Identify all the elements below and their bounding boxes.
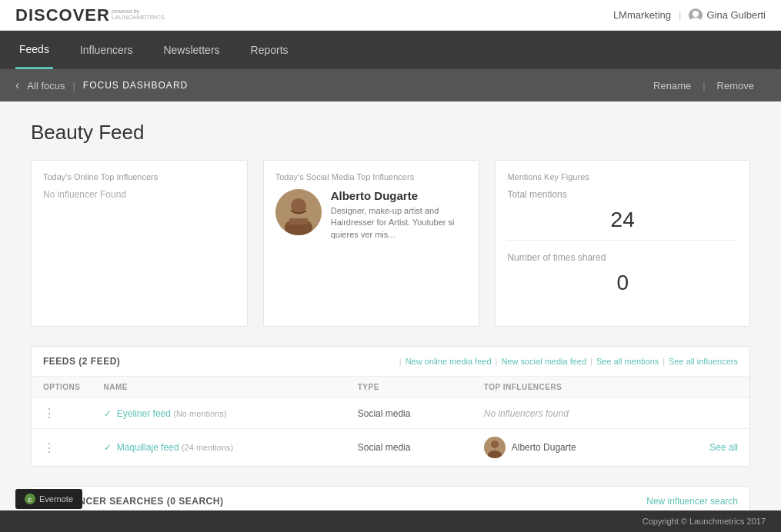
page-title: Beauty Feed — [31, 121, 750, 145]
user-name: Gina Gulberti — [706, 9, 766, 21]
online-empty-msg: No influencer Found — [43, 189, 235, 200]
feed-check-icon: ✓ — [104, 442, 112, 453]
total-mentions-stat: Total mentions 24 — [507, 189, 738, 241]
evernote-icon: E — [25, 494, 35, 504]
influencer-avatar — [275, 189, 322, 235]
all-focus-link[interactable]: All focus — [27, 80, 65, 91]
influencer-bio: Designer, make-up artist and Hairdresser… — [331, 205, 468, 241]
nav-item-feeds[interactable]: Feeds — [15, 31, 53, 69]
new-influencer-search-link[interactable]: New influencer search — [646, 496, 738, 507]
top-influencer-cell: Alberto Dugarte — [484, 437, 653, 458]
social-card-title: Today's Social Media Top Influencers — [275, 172, 468, 181]
mentions-card-title: Mentions Key Figures — [507, 172, 738, 181]
feeds-actions: | New online media feed | New social med… — [399, 357, 738, 366]
feed-name-link[interactable]: Maquillaje feed — [117, 442, 179, 453]
new-social-feed-link[interactable]: New social media feed — [501, 357, 586, 366]
svg-point-0 — [693, 11, 699, 17]
top-influencer-name: Alberto Dugarte — [512, 442, 576, 453]
online-card-title: Today's Online Top Influencers — [43, 172, 235, 181]
mentions-card: Mentions Key Figures Total mentions 24 N… — [495, 160, 750, 327]
feed-name-link[interactable]: Eyeliner feed — [117, 408, 171, 419]
top-bar: DISCOVER powered by LAUNCHMETRICS LMmark… — [0, 0, 781, 31]
account-name: LMmarketing — [613, 9, 671, 21]
nav-item-influencers[interactable]: Influencers — [76, 31, 136, 69]
see-all-row-link[interactable]: See all — [709, 442, 738, 453]
footer: Copyright © Launchmetrics 2017 — [0, 510, 781, 532]
col-top-influencers: TOP INFLUENCERS — [472, 377, 664, 398]
row-options-icon[interactable]: ⋮ — [43, 407, 55, 420]
influencer-info: Alberto Dugarte Designer, make-up artist… — [331, 189, 468, 241]
see-all-influencers-link[interactable]: See all influencers — [669, 357, 738, 366]
feed-mentions-count: (24 mentions) — [182, 443, 233, 452]
launchmetrics-logo: powered by LAUNCHMETRICS — [112, 8, 165, 21]
divider: | — [679, 9, 681, 21]
main-content: Beauty Feed Today's Online Top Influence… — [0, 101, 781, 532]
current-page-label: FOCUS DASHBOARD — [83, 80, 188, 91]
remove-button[interactable]: Remove — [706, 76, 766, 95]
nav-item-reports[interactable]: Reports — [247, 31, 292, 69]
shared-value: 0 — [507, 267, 738, 303]
feeds-section: FEEDS (2 feed) | New online media feed |… — [31, 346, 750, 467]
feeds-table: OPTIONS NAME TYPE TOP INFLUENCERS ⋮ ✓ Ey… — [32, 377, 749, 466]
copyright-text: Copyright © Launchmetrics 2017 — [642, 517, 766, 526]
evernote-badge[interactable]: E Evernote — [15, 489, 82, 509]
no-influencers-text: No influencers found — [484, 408, 569, 419]
new-online-feed-link[interactable]: New online media feed — [406, 357, 492, 366]
breadcrumb-separator: | — [72, 80, 75, 91]
feeds-title: FEEDS (2 feed) — [43, 356, 120, 367]
col-name: NAME — [92, 377, 346, 398]
influencer-name: Alberto Dugarte — [331, 189, 468, 202]
total-mentions-label: Total mentions — [507, 189, 738, 200]
feed-type: Social media — [346, 429, 472, 467]
breadcrumb-actions: Rename | Remove — [642, 76, 766, 95]
svg-rect-5 — [289, 218, 308, 224]
cards-row: Today's Online Top Influencers No influe… — [31, 160, 750, 327]
feed-check-icon: ✓ — [104, 408, 112, 419]
row-options-icon[interactable]: ⋮ — [43, 441, 55, 454]
feeds-header: FEEDS (2 feed) | New online media feed |… — [32, 347, 749, 377]
small-avatar — [484, 437, 506, 458]
brand-name: DISCOVER — [15, 5, 110, 25]
nav-item-newsletters[interactable]: Newsletters — [159, 31, 223, 69]
col-actions — [664, 377, 749, 398]
evernote-label: Evernote — [39, 494, 73, 504]
total-mentions-value: 24 — [507, 204, 738, 240]
brand: DISCOVER powered by LAUNCHMETRICS — [15, 5, 165, 25]
breadcrumb-bar: ‹ All focus | FOCUS DASHBOARD Rename | R… — [0, 69, 781, 101]
svg-point-1 — [690, 18, 701, 22]
col-options: OPTIONS — [32, 377, 92, 398]
table-row: ⋮ ✓ Maquillaje feed (24 mentions) Social… — [32, 429, 749, 467]
back-arrow-icon[interactable]: ‹ — [15, 78, 19, 92]
col-type: TYPE — [346, 377, 472, 398]
shared-stat: Number of times shared 0 — [507, 252, 738, 303]
rename-button[interactable]: Rename — [642, 76, 703, 95]
table-row: ⋮ ✓ Eyeliner feed (No mentions) Social m… — [32, 398, 749, 429]
user-info: Gina Gulberti — [689, 8, 766, 22]
svg-text:E: E — [28, 497, 32, 504]
shared-label: Number of times shared — [507, 252, 738, 263]
stat-divider — [507, 240, 738, 241]
svg-point-7 — [491, 441, 499, 448]
social-influencers-card: Today's Social Media Top Influencers Alb… — [263, 160, 480, 327]
influencer-preview: Alberto Dugarte Designer, make-up artist… — [275, 189, 468, 241]
top-bar-right: LMmarketing | Gina Gulberti — [613, 8, 766, 22]
online-influencers-card: Today's Online Top Influencers No influe… — [31, 160, 248, 327]
user-icon — [689, 8, 703, 22]
feed-mentions-count: (No mentions) — [173, 409, 226, 418]
see-all-mentions-link[interactable]: See all mentions — [596, 357, 659, 366]
feed-type: Social media — [346, 398, 472, 429]
nav-bar: Feeds Influencers Newsletters Reports — [0, 31, 781, 69]
